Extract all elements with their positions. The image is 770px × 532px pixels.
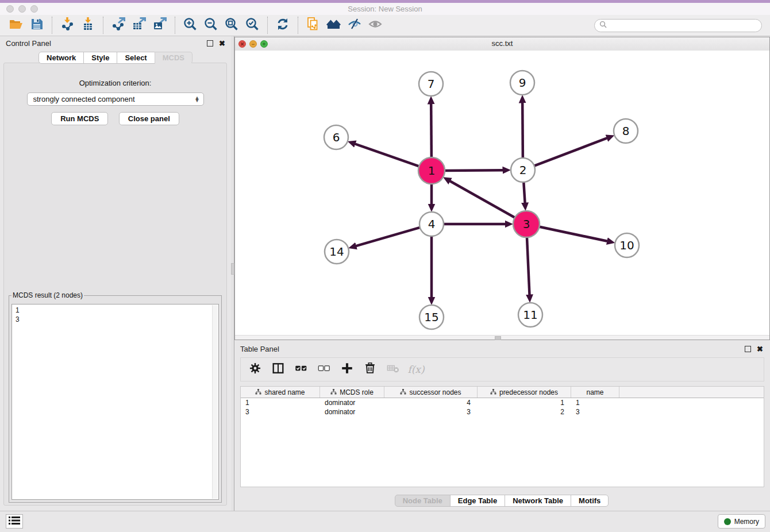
search-input[interactable] [610, 21, 757, 30]
zoom-out-icon [203, 17, 218, 34]
result-scrollbar[interactable] [212, 305, 218, 499]
table-cell: 4 [384, 399, 478, 407]
float-table-panel-icon[interactable] [745, 346, 751, 352]
graph-node-14[interactable]: 14 [325, 240, 349, 264]
graph-edge-1-7[interactable] [431, 104, 432, 159]
eye-icon [368, 17, 383, 34]
table-row[interactable]: 3dominator323 [241, 407, 764, 417]
graph-edge-1-2[interactable] [444, 170, 503, 171]
tree-sort-icon [400, 388, 406, 396]
zoom-fit-icon [224, 17, 239, 34]
export-table-button[interactable] [129, 16, 149, 34]
graph-node-3[interactable]: 3 [513, 211, 540, 237]
tab-motifs[interactable]: Motifs [571, 495, 609, 507]
svg-text:15: 15 [424, 310, 438, 324]
tab-style[interactable]: Style [83, 52, 117, 64]
select-all-columns-button[interactable] [294, 362, 309, 377]
hscrollbar-thumb[interactable] [495, 336, 501, 340]
graph-node-9[interactable]: 9 [510, 71, 534, 95]
graph-edge-3-1[interactable] [450, 181, 516, 218]
close-panel-button[interactable]: Close panel [119, 112, 179, 125]
selected-criterion: strongly connected component [33, 95, 195, 103]
column-header-predecessor-nodes[interactable]: predecessor nodes [478, 387, 571, 398]
titlebar: Session: New Session [0, 0, 770, 16]
delete-column-button[interactable] [363, 362, 378, 377]
trash-icon [363, 361, 377, 377]
mcds-result-group: MCDS result (2 nodes) 13 [9, 291, 222, 503]
show-eye-button[interactable] [365, 16, 386, 34]
zoom-fit-button[interactable] [221, 16, 242, 34]
column-header-name[interactable]: name [571, 387, 619, 398]
graph-node-7[interactable]: 7 [419, 72, 443, 96]
tab-edge-table[interactable]: Edge Table [450, 495, 505, 507]
network-document-icon [306, 17, 321, 34]
column-header-successor-nodes[interactable]: successor nodes [384, 387, 478, 398]
mcds-result-title: MCDS result (2 nodes) [11, 291, 84, 299]
gear-icon [248, 361, 262, 377]
svg-text:8: 8 [622, 124, 630, 138]
task-history-button[interactable] [6, 514, 23, 529]
table-row[interactable]: 1dominator411 [241, 398, 764, 407]
optimization-criterion-select[interactable]: strongly connected component ▲▼ [27, 92, 204, 106]
tab-network[interactable]: Network [38, 52, 84, 64]
tree-sort-icon [490, 388, 496, 396]
network-hscrollbar[interactable] [235, 335, 769, 340]
float-panel-icon[interactable] [207, 40, 213, 47]
zoom-in-button[interactable] [180, 16, 201, 34]
import-network-button[interactable] [57, 16, 78, 34]
graph-node-6[interactable]: 6 [324, 125, 348, 149]
tab-select[interactable]: Select [117, 52, 155, 64]
graph-edge-3-10[interactable] [538, 226, 607, 241]
create-column-button[interactable] [340, 362, 355, 377]
open-session-button[interactable] [6, 16, 26, 34]
toolbar-separator [103, 17, 103, 34]
graph-edge-2-8[interactable] [533, 138, 607, 166]
graph-node-10[interactable]: 10 [615, 233, 639, 257]
graph-node-15[interactable]: 15 [419, 305, 444, 329]
network-canvas[interactable]: 1234678910111415 [235, 51, 769, 336]
export-image-button[interactable] [149, 16, 170, 34]
graph-edge-2-3[interactable] [523, 181, 525, 203]
column-header-shared-name[interactable]: shared name [241, 387, 320, 398]
table-settings-button[interactable] [248, 362, 263, 377]
svg-text:10: 10 [619, 238, 634, 252]
apply-layout-button[interactable] [272, 16, 293, 34]
window-title: Session: New Session [0, 5, 770, 13]
unselect-all-columns-button[interactable] [317, 362, 332, 377]
search-field[interactable] [594, 19, 762, 32]
import-table-button[interactable] [78, 16, 98, 34]
show-columns-button[interactable] [271, 362, 286, 377]
graph-edge-4-14[interactable] [356, 227, 421, 246]
save-session-button[interactable] [26, 16, 47, 34]
close-table-panel-icon[interactable]: ✖ [757, 346, 763, 352]
column-header-label: predecessor nodes [499, 388, 558, 396]
graph-edge-3-11[interactable] [527, 236, 530, 295]
refresh-icon [275, 17, 290, 34]
memory-button[interactable]: Memory [718, 514, 765, 529]
graph-node-1[interactable]: 1 [418, 157, 445, 184]
memory-label: Memory [734, 518, 759, 526]
graph-edge-1-6[interactable] [355, 144, 420, 167]
export-network-button[interactable] [108, 16, 129, 34]
zoom-selected-button[interactable] [242, 16, 263, 34]
statusbar: Memory [0, 511, 770, 532]
home-button[interactable] [324, 16, 344, 34]
zoom-selected-icon [245, 17, 260, 34]
graph-edge-2-9[interactable] [522, 103, 523, 159]
tab-node-table[interactable]: Node Table [395, 495, 451, 507]
titlebar-accent [0, 0, 770, 3]
run-mcds-button[interactable]: Run MCDS [51, 112, 108, 125]
network-document-button[interactable] [303, 16, 324, 34]
hide-glasses-button[interactable] [344, 16, 365, 34]
graph-node-2[interactable]: 2 [511, 158, 535, 182]
column-header-MCDS-role[interactable]: MCDS role [320, 387, 384, 398]
graph-node-4[interactable]: 4 [419, 212, 444, 236]
zoom-out-button[interactable] [201, 16, 221, 34]
graph-node-8[interactable]: 8 [614, 119, 638, 143]
close-panel-icon[interactable]: ✖ [219, 40, 225, 47]
graph-node-11[interactable]: 11 [518, 303, 542, 327]
tab-mcds[interactable]: MCDS [155, 52, 192, 64]
tab-network-table[interactable]: Network Table [505, 495, 571, 507]
svg-text:2: 2 [519, 163, 527, 177]
svg-text:9: 9 [519, 76, 526, 90]
